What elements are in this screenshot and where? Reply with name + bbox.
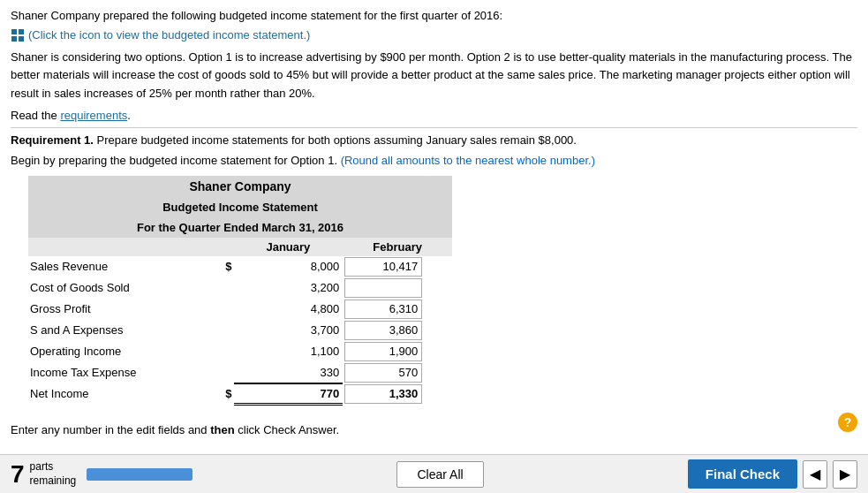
table-row: Gross Profit4,800 [28,299,452,320]
row-label-5: Income Tax Expense [28,362,203,383]
row-label-4: Operating Income [28,341,203,362]
next-button[interactable]: ▶ [833,460,857,489]
row-label-2: Gross Profit [28,299,203,320]
row-feb-cell-1[interactable] [343,277,452,299]
row-feb-cell-3[interactable] [343,320,452,341]
row-dollar-6: $ [203,383,234,405]
table-row: Sales Revenue$8,000 [28,256,452,277]
table-row: Cost of Goods Sold3,200 [28,277,452,299]
footer-bar: 7 parts remaining Clear All Final Check … [0,454,868,493]
row-jan-2: 4,800 [234,299,343,320]
row-dollar-0: $ [203,256,234,277]
row-jan-1: 3,200 [234,277,343,299]
row-feb-cell-0[interactable] [343,256,452,277]
svg-rect-0 [11,29,17,34]
prev-button[interactable]: ◀ [803,460,827,489]
parts-section: 7 parts remaining [11,460,192,488]
row-feb-cell-2[interactable] [343,299,452,320]
final-check-button[interactable]: Final Check [688,459,797,489]
row-dollar-2 [203,299,234,320]
feb-input-0[interactable] [344,257,422,277]
row-label-1: Cost of Goods Sold [28,277,203,299]
table-row: S and A Expenses3,700 [28,320,452,341]
row-jan-5: 330 [234,362,343,383]
read-period: . [127,109,131,122]
clear-all-button[interactable]: Clear All [396,461,483,488]
option-text: Shaner is considering two options. Optio… [11,49,857,103]
row-jan-0: 8,000 [234,256,343,277]
table-period: For the Quarter Ended March 31, 2016 [28,217,452,238]
feb-input-1[interactable] [344,278,422,298]
progress-bar [87,468,192,481]
feb-input-6[interactable] [344,384,422,404]
row-dollar-4 [203,341,234,362]
row-dollar-5 [203,362,234,383]
parts-number: 7 [11,462,25,487]
row-dollar-3 [203,320,234,341]
row-jan-3: 3,700 [234,320,343,341]
help-icon[interactable]: ? [838,413,857,432]
svg-rect-3 [19,36,24,42]
col-feb-header: February [343,238,452,256]
col-empty [28,238,203,256]
table-statement: Budgeted Income Statement [28,197,452,217]
col-dollar-header [203,238,234,256]
requirements-link[interactable]: requirements [60,109,127,122]
table-row: Operating Income1,100 [28,341,452,362]
svg-rect-2 [11,36,17,42]
row-label-0: Sales Revenue [28,256,203,277]
table-row: Income Tax Expense330 [28,362,452,383]
row-feb-cell-4[interactable] [343,341,452,362]
row-feb-cell-5[interactable] [343,362,452,383]
row-dollar-1 [203,277,234,299]
grid-icon [11,28,25,42]
svg-rect-1 [19,29,24,34]
parts-label: parts remaining [30,460,77,488]
table-row: Net Income$770 [28,383,452,405]
bottom-note: Enter any number in the edit fields and … [11,423,339,436]
feb-input-3[interactable] [344,321,422,340]
round-note: (Round all amounts to the nearest whole … [341,154,595,167]
icon-link[interactable]: (Click the icon to view the budgeted inc… [11,28,310,42]
feb-input-5[interactable] [344,363,422,383]
requirement-text: Prepare budgeted income statements for b… [94,133,577,147]
table-company: Shaner Company [28,176,452,197]
col-jan-header: January [234,238,343,256]
icon-link-text: (Click the icon to view the budgeted inc… [28,28,310,42]
read-text: Read the [11,109,60,122]
intro-line1: Shaner Company prepared the following bu… [11,9,502,22]
begin-text: Begin by preparing the budgeted income s… [11,154,341,167]
row-jan-6: 770 [234,383,343,405]
requirement-label: Requirement 1. [11,133,94,147]
row-feb-cell-6[interactable] [343,383,452,405]
feb-input-4[interactable] [344,342,422,361]
row-label-6: Net Income [28,383,203,405]
feb-input-2[interactable] [344,300,422,319]
row-jan-4: 1,100 [234,341,343,362]
row-label-3: S and A Expenses [28,320,203,341]
